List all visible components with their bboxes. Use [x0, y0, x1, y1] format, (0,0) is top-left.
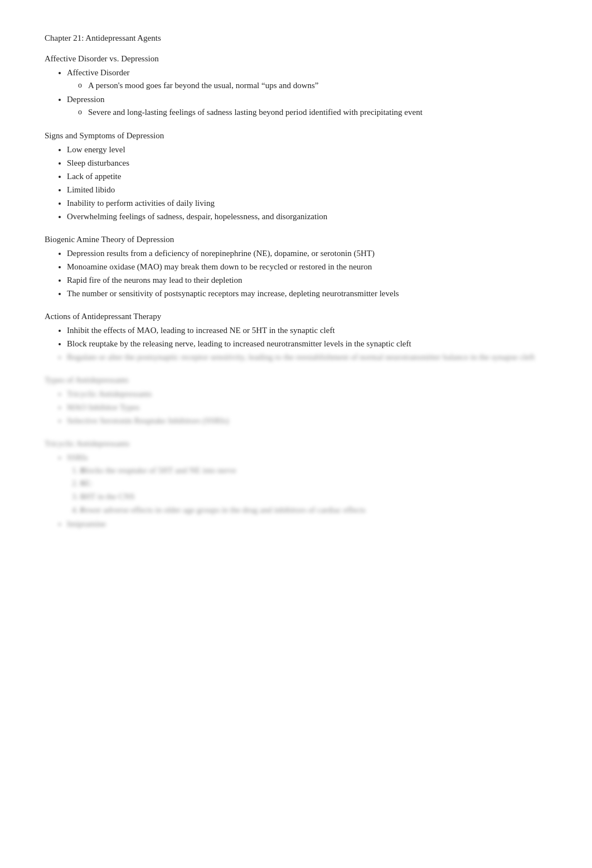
list-item: SE:	[80, 478, 547, 490]
section-title-signs-symptoms: Signs and Symptoms of Depression	[45, 131, 547, 141]
list-item: MAO Inhibitor Types	[67, 402, 547, 413]
section-affective-disorder: Affective Disorder vs. Depression Affect…	[45, 54, 547, 119]
section-blurred-1: Types of Antidepressants Tricyclic Antid…	[45, 375, 547, 427]
list-item: Block reuptake by the releasing nerve, l…	[67, 338, 547, 350]
affective-disorder-item: Affective Disorder A person's mood goes …	[67, 67, 547, 92]
list-item-blurred: Regulate or alter the postsynaptic recep…	[67, 351, 547, 363]
actions-list: Inhibit the effects of MAO, leading to i…	[45, 325, 547, 363]
list-item: Blocks the reuptake of 5HT and NE into n…	[80, 465, 547, 477]
list-item: Fewer adverse effects in older age group…	[80, 504, 547, 517]
section-title-blurred-2: Tricyclic Antidepressants	[45, 439, 547, 449]
list-item: SSRIs Blocks the reuptake of 5HT and NE …	[67, 452, 547, 517]
list-item: The number or sensitivity of postsynapti…	[67, 288, 547, 300]
biogenic-amine-list: Depression results from a deficiency of …	[45, 248, 547, 300]
section-title-biogenic-amine: Biogenic Amine Theory of Depression	[45, 235, 547, 244]
section-biogenic-amine: Biogenic Amine Theory of Depression Depr…	[45, 235, 547, 300]
list-item: 5HT in the CNS	[80, 491, 547, 503]
list-item: Overwhelming feelings of sadness, despai…	[67, 211, 547, 223]
list-item: Lack of appetite	[67, 171, 547, 182]
list-item: Inability to perform activities of daily…	[67, 197, 547, 209]
affective-disorder-sublist: A person's mood goes far beyond the usua…	[67, 80, 547, 92]
section-actions-antidepressant: Actions of Antidepressant Therapy Inhibi…	[45, 312, 547, 363]
depression-sublist: Severe and long-lasting feelings of sadn…	[67, 107, 547, 119]
depression-item: Depression Severe and long-lasting feeli…	[67, 94, 547, 119]
affective-disorder-sub-item-1: A person's mood goes far beyond the usua…	[78, 80, 547, 92]
section-blurred-2: Tricyclic Antidepressants SSRIs Blocks t…	[45, 439, 547, 530]
section-title-actions: Actions of Antidepressant Therapy	[45, 312, 547, 321]
list-item: Depression results from a deficiency of …	[67, 248, 547, 259]
chapter-title: Chapter 21: Antidepressant Agents	[45, 33, 547, 43]
list-item: Sleep disturbances	[67, 157, 547, 169]
list-item: Limited libido	[67, 184, 547, 196]
signs-symptoms-list: Low energy level Sleep disturbances Lack…	[45, 144, 547, 223]
list-item: Imipramine	[67, 518, 547, 530]
list-item: Tricyclic Antidepressants	[67, 388, 547, 400]
section-signs-symptoms: Signs and Symptoms of Depression Low ene…	[45, 131, 547, 223]
list-item: Selective Serotonin Reuptake Inhibitors …	[67, 415, 547, 427]
depression-sub-item-1: Severe and long-lasting feelings of sadn…	[78, 107, 547, 119]
list-item: Monoamine oxidase (MAO) may break them d…	[67, 261, 547, 273]
blurred-list-2: SSRIs Blocks the reuptake of 5HT and NE …	[45, 452, 547, 530]
section-title-blurred-1: Types of Antidepressants	[45, 375, 547, 385]
blurred-text: Regulate or alter the postsynaptic recep…	[67, 353, 535, 361]
section-title-affective-disorder: Affective Disorder vs. Depression	[45, 54, 547, 64]
blurred-sub-list: Blocks the reuptake of 5HT and NE into n…	[67, 465, 547, 517]
blurred-list-1: Tricyclic Antidepressants MAO Inhibitor …	[45, 388, 547, 427]
list-item: Rapid fire of the neurons may lead to th…	[67, 274, 547, 286]
list-item: Low energy level	[67, 144, 547, 156]
affective-disorder-list: Affective Disorder A person's mood goes …	[45, 67, 547, 119]
list-item: Inhibit the effects of MAO, leading to i…	[67, 325, 547, 336]
